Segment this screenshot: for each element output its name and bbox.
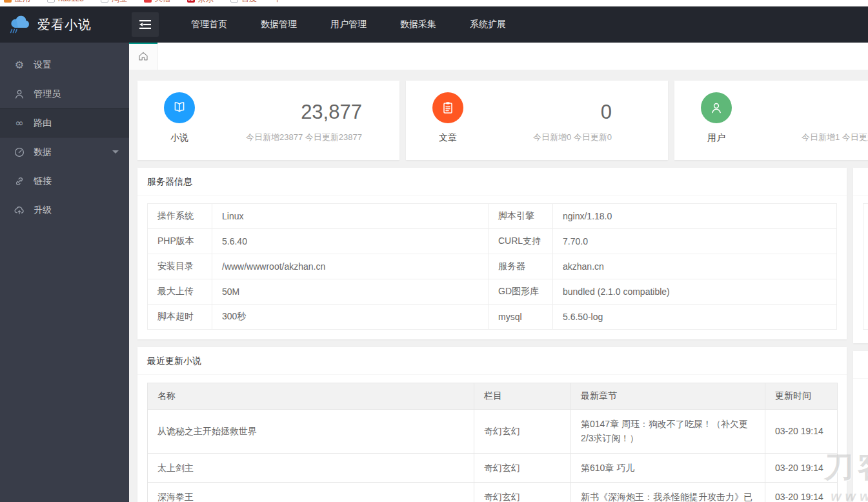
info-key: 脚本超时 [148, 305, 212, 330]
jd-red-icon: JD [187, 0, 195, 3]
blank-favicon-icon [230, 0, 238, 3]
blank-favicon-icon [47, 0, 55, 3]
gauge-icon [14, 147, 25, 157]
bookmark-label: 应用 [15, 0, 30, 5]
sidebar: ⚙ 设置 管理员 ∞ 路由 数据 [0, 43, 129, 502]
recent-novels-panel: 最近更新小说 名称 栏目 最新章节 更新时 [137, 347, 847, 502]
column-header-name: 名称 [148, 383, 474, 410]
info-key: 操作系统 [148, 204, 212, 229]
book-icon [164, 92, 195, 123]
column-header-time: 更新时间 [765, 383, 838, 410]
bookmark-label: 京东 [198, 0, 214, 5]
browser-bookmarks-bar: 应用 hao123 淘宝 天猫 JD 京东 百度 卞 [0, 0, 868, 6]
sidebar-item-admins[interactable]: 管理员 [0, 79, 129, 108]
sidebar-item-label: 设置 [34, 59, 52, 71]
tmall-red-icon [144, 0, 152, 3]
stat-value: 23,877 [246, 100, 362, 125]
table-placeholder [863, 203, 868, 330]
sidebar-item-routes[interactable]: ∞ 路由 [0, 108, 129, 137]
table-row: 从诡秘之主开始拯救世界 奇幻玄幻 第0147章 周珏：狗改不了吃屎！（补欠更2/… [148, 410, 838, 454]
app-title: 爱看小说 [37, 16, 92, 34]
right-panel-bottom [853, 351, 868, 502]
sidebar-item-settings[interactable]: ⚙ 设置 [0, 50, 129, 79]
nav-data-management[interactable]: 数据管理 [244, 6, 314, 43]
info-value: Linux [212, 204, 489, 229]
bookmark-hao123[interactable]: hao123 [47, 0, 84, 3]
info-key: PHP版本 [148, 229, 212, 254]
chevron-down-icon [112, 150, 119, 154]
novel-time: 03-20 19:14 [765, 410, 838, 454]
collapse-menu-icon[interactable] [132, 12, 159, 37]
bookmark-taobao[interactable]: 淘宝 [101, 0, 127, 5]
novel-chapter: 新书《深海炮王：我杀怪能提升攻击力》已 [571, 483, 765, 502]
right-panel-top [853, 168, 868, 343]
sidebar-item-links[interactable]: 链接 [0, 166, 129, 196]
info-key: 安装目录 [148, 254, 212, 279]
bookmark-tmall[interactable]: 天猫 [144, 0, 170, 5]
bookmark-jd[interactable]: JD 京东 [187, 0, 214, 5]
sidebar-item-label: 数据 [34, 146, 52, 158]
novel-time: 03-20 19:14 [765, 483, 838, 502]
tab-home[interactable] [129, 43, 158, 70]
nav-user-management[interactable]: 用户管理 [314, 6, 383, 43]
server-info-table: 操作系统 Linux 脚本引擎 nginx/1.18.0 PHP版本 5.6.4… [147, 203, 837, 330]
novel-name: 深海拳王 [148, 483, 474, 502]
bookmark-baidu[interactable]: 百度 [230, 0, 257, 5]
sidebar-item-upgrade[interactable]: 升级 [0, 196, 129, 225]
info-value: 5.6.50-log [553, 305, 837, 330]
info-value: 5.6.40 [212, 229, 489, 254]
user-icon [14, 89, 25, 99]
bookmark-apps[interactable]: 应用 [4, 0, 30, 5]
bookmark-label: 天猫 [155, 0, 170, 5]
stat-subtext: 今日新增23877 今日更新23877 [246, 132, 362, 143]
info-value: nginx/1.18.0 [553, 204, 837, 229]
stat-label: 用户 [707, 132, 725, 144]
sidebar-item-label: 链接 [34, 176, 52, 187]
main-area: 小说 23,877 今日新增23877 今日更新23877 [129, 43, 868, 502]
panel-title: 服务器信息 [137, 168, 847, 196]
stat-cards-row: 小说 23,877 今日新增23877 今日更新23877 [137, 81, 868, 160]
table-row: 深海拳王 奇幻玄幻 新书《深海炮王：我杀怪能提升攻击力》已 03-20 19:1… [148, 483, 838, 502]
table-row: 操作系统 Linux 脚本引擎 nginx/1.18.0 [148, 204, 837, 229]
info-value: /www/wwwroot/akzhan.cn [212, 254, 489, 279]
novel-name: 从诡秘之主开始拯救世界 [148, 410, 474, 454]
table-row: 安装目录 /www/wwwroot/akzhan.cn 服务器 akzhan.c… [148, 254, 837, 279]
info-key: 服务器 [489, 254, 553, 279]
info-key: CURL支持 [489, 229, 553, 254]
nav-system-extension[interactable]: 系统扩展 [453, 6, 523, 43]
recent-novels-table: 名称 栏目 最新章节 更新时间 从诡秘之主开始拯救世界 [147, 383, 838, 502]
gear-icon: ⚙ [14, 59, 25, 71]
bookmark-truncated[interactable]: 卞 [274, 0, 281, 5]
info-key: GD图形库 [489, 279, 553, 305]
panel-title [853, 168, 868, 196]
novel-chapter: 第0147章 周珏：狗改不了吃屎！（补欠更2/3求订阅！） [571, 410, 765, 454]
bookmark-label: 淘宝 [112, 0, 127, 5]
info-value: bundled (2.1.0 compatible) [553, 279, 837, 305]
info-key: 最大上传 [148, 279, 212, 305]
novel-category: 奇幻玄幻 [474, 410, 571, 454]
info-value: 50M [212, 279, 489, 305]
stat-subtext: 今日新增0 今日更新0 [533, 132, 612, 143]
panel-title [853, 351, 868, 379]
table-header-row: 名称 栏目 最新章节 更新时间 [148, 383, 838, 410]
sidebar-item-data[interactable]: 数据 [0, 137, 129, 166]
column-header-chapter: 最新章节 [571, 383, 765, 410]
novel-category: 奇幻玄幻 [474, 483, 571, 502]
table-row: 最大上传 50M GD图形库 bundled (2.1.0 compatible… [148, 279, 837, 305]
nav-admin-home[interactable]: 管理首页 [174, 6, 244, 43]
link-icon [14, 176, 25, 186]
info-key: mysql [489, 305, 553, 330]
table-row: 脚本超时 300秒 mysql 5.6.50-log [148, 305, 837, 330]
stat-subtext: 今日新增1 今日更新1 [802, 132, 868, 143]
table-row: PHP版本 5.6.40 CURL支持 7.70.0 [148, 229, 837, 254]
infinity-icon: ∞ [14, 117, 25, 129]
info-value: 300秒 [212, 305, 489, 330]
home-icon [137, 50, 149, 62]
app-logo[interactable]: 爱看小说 [0, 6, 129, 43]
stat-label: 小说 [170, 132, 188, 144]
stat-label: 文章 [439, 132, 457, 144]
bookmark-label: 百度 [241, 0, 257, 5]
right-column [853, 168, 868, 502]
stat-card-novels: 小说 23,877 今日新增23877 今日更新23877 [137, 81, 399, 160]
nav-data-collection[interactable]: 数据采集 [383, 6, 453, 43]
